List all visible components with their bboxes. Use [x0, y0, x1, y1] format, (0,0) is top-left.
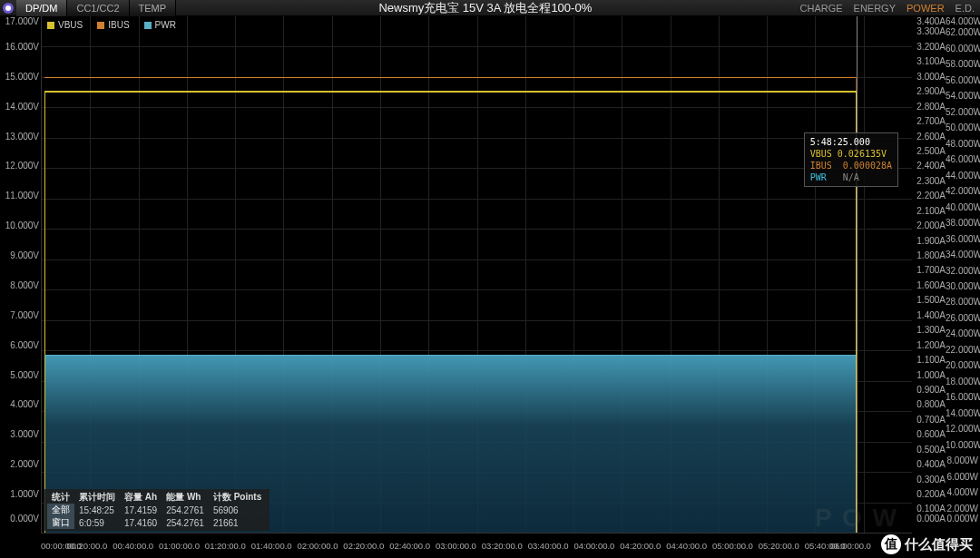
x-tick: 01:00:00.0	[159, 541, 200, 551]
legend-item: PWR	[144, 20, 176, 30]
y-tick-a: 0.800A	[913, 399, 946, 409]
y-tick-a: 3.400A	[913, 16, 946, 26]
y-tick-a: 2.200A	[913, 191, 946, 201]
y-tick-w: 8.000W	[946, 455, 978, 465]
legend-swatch	[144, 22, 152, 29]
y-tick-a: 1.900A	[913, 235, 946, 245]
x-tick: 01:20:00.0	[205, 541, 246, 551]
stats-row1-time: 6:0:59	[74, 516, 120, 529]
grid-v	[864, 16, 865, 533]
y-tick-v: 17.000V	[0, 16, 39, 26]
y-tick-a: 0.000A	[913, 514, 946, 524]
x-tick: 05:00:00.0	[712, 541, 753, 551]
tab-charge[interactable]: CHARGE	[795, 0, 848, 16]
y-tick-a: 1.600A	[913, 279, 946, 289]
stats-row0-wh: 254.2761	[162, 504, 209, 516]
tab-ed[interactable]: E.D.	[950, 0, 980, 16]
y-tick-w: 12.000W	[946, 424, 978, 434]
y-tick-a: 3.100A	[913, 56, 946, 66]
x-tick: 02:00:00.0	[298, 541, 338, 551]
tooltip-vbus-label: VBUS	[810, 149, 832, 159]
tooltip-ibus-label: IBUS	[810, 161, 832, 171]
y-tick-v: 1.000V	[0, 489, 39, 499]
y-tick-w: 30.000W	[946, 280, 978, 290]
y-tick-a: 0.200A	[913, 489, 946, 499]
y-tick-a: 2.900A	[913, 86, 946, 96]
tooltip-time: 5:48:25.000	[810, 136, 892, 148]
y-tick-a: 2.100A	[913, 205, 946, 215]
y-tick-w: 20.000W	[946, 360, 978, 370]
y-tick-v: 2.000V	[0, 459, 39, 469]
y-tick-a: 3.300A	[913, 26, 946, 36]
y-tick-w: 52.000W	[946, 106, 978, 116]
stats-row0-label: 全部	[47, 504, 74, 516]
badge-text: 什么值得买	[905, 536, 973, 553]
stats-h1: 累计时间	[74, 491, 120, 504]
chart-title: Newsmy充电宝 15V 3A 放电全程100-0%	[176, 0, 794, 16]
y-tick-v: 14.000V	[0, 101, 39, 111]
tab-dp-dm[interactable]: DP/DM	[16, 0, 67, 16]
chart-area[interactable]	[41, 16, 912, 534]
cursor-line[interactable]	[857, 16, 858, 533]
y-tick-v: 11.000V	[0, 191, 39, 201]
y-tick-w: 34.000W	[946, 250, 978, 259]
y-tick-a: 3.000A	[913, 71, 946, 81]
y-tick-a: 2.300A	[913, 175, 946, 185]
y-tick-a: 0.100A	[913, 504, 946, 514]
x-tick: 02:20:00.0	[343, 541, 384, 551]
x-tick: 03:20:00.0	[482, 541, 523, 551]
stats-row1-ah: 17.4160	[120, 516, 162, 529]
y-tick-a: 2.500A	[913, 145, 946, 155]
y-tick-a: 1.200A	[913, 339, 946, 349]
x-tick: 04:40:00.0	[666, 541, 707, 551]
y-tick-a: 2.000A	[913, 220, 946, 230]
legend-item: IBUS	[97, 20, 129, 30]
y-tick-v: 3.000V	[0, 429, 39, 439]
y-tick-v: 8.000V	[0, 279, 39, 289]
top-bar: DP/DM CC1/CC2 TEMP Newsmy充电宝 15V 3A 放电全程…	[0, 0, 980, 16]
legend: VBUSIBUSPWR	[47, 20, 176, 30]
x-tick: 02:40:00.0	[389, 541, 430, 551]
y-tick-v: 0.000V	[0, 514, 39, 524]
y-tick-a: 0.600A	[913, 429, 946, 439]
stats-row1-label: 窗口	[47, 516, 74, 529]
y-tick-v: 6.000V	[0, 339, 39, 349]
x-tick: 04:00:00.0	[573, 541, 614, 551]
y-tick-w: 54.000W	[946, 91, 978, 101]
y-tick-w: 24.000W	[946, 328, 978, 338]
y-tick-w: 36.000W	[946, 233, 978, 243]
y-tick-w: 56.000W	[946, 74, 978, 84]
y-tick-w: 40.000W	[946, 201, 978, 211]
x-tick: 01:40:00.0	[251, 541, 292, 551]
tab-power[interactable]: POWER	[901, 0, 950, 16]
y-tick-v: 10.000V	[0, 220, 39, 230]
y-tick-w: 50.000W	[946, 122, 978, 132]
y-tick-a: 0.300A	[913, 474, 946, 484]
y-axis-volts: 17.000V16.000V15.000V14.000V13.000V12.00…	[0, 16, 39, 534]
y-tick-v: 7.000V	[0, 309, 39, 319]
tooltip-pwr-label: PWR	[810, 172, 827, 182]
legend-swatch	[97, 22, 104, 29]
tab-energy[interactable]: ENERGY	[848, 0, 901, 16]
y-tick-a: 3.200A	[913, 41, 946, 51]
stats-h0: 统计	[47, 491, 74, 504]
y-tick-v: 5.000V	[0, 369, 39, 379]
y-axis-amps: 3.400A3.300A3.200A3.100A3.000A2.900A2.80…	[913, 16, 946, 534]
ibus-line	[44, 77, 856, 78]
tab-cc1-cc2[interactable]: CC1/CC2	[67, 0, 129, 16]
y-tick-v: 9.000V	[0, 250, 39, 260]
legend-label: PWR	[155, 20, 176, 30]
tooltip-ibus-value: 0.000028A	[843, 161, 892, 171]
watermark-badge: 值 什么值得买	[881, 534, 973, 554]
y-axis-watts: 64.000W62.000W60.000W58.000W56.000W54.00…	[946, 16, 980, 534]
y-tick-v: 13.000V	[0, 131, 39, 141]
stats-row0-ah: 17.4159	[120, 504, 162, 516]
y-tick-w: 14.000W	[946, 407, 978, 417]
tooltip-pwr-value: N/A	[843, 172, 859, 182]
y-tick-a: 1.300A	[913, 325, 946, 335]
stats-row0-pts: 56906	[209, 504, 266, 516]
tab-temp[interactable]: TEMP	[130, 0, 177, 16]
y-tick-w: 46.000W	[946, 154, 978, 164]
app-icon	[0, 0, 16, 16]
y-tick-a: 1.500A	[913, 295, 946, 305]
